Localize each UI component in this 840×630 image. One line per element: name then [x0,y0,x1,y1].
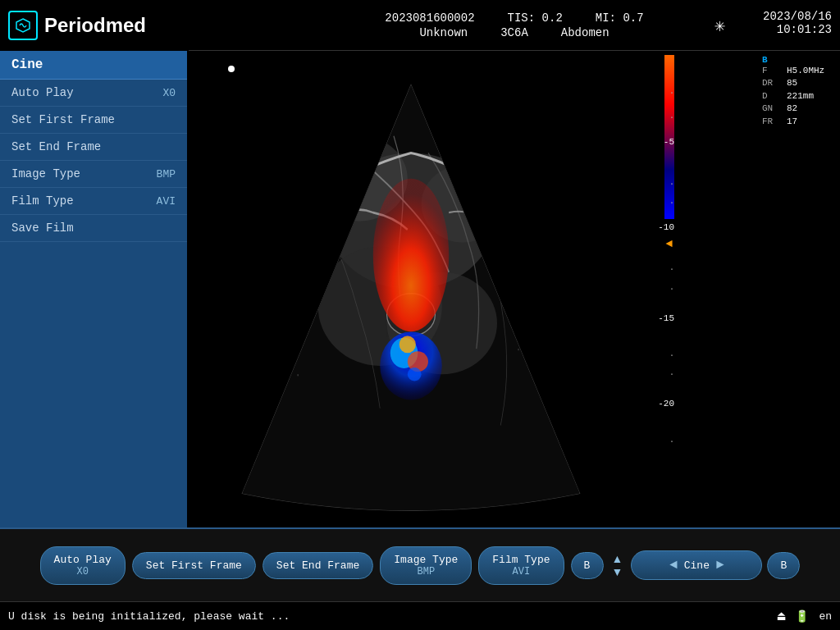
status-right: ⏏ 🔋 en [778,608,832,624]
depth-mark-15: -15 [658,313,674,323]
param-freq: F H5.0MHz [762,65,824,77]
depth-scale: -5 -10 -15 -20 · · · · · · · · · ◄ [641,51,674,527]
usb-icon: ⏏ [778,608,786,624]
depth-mark-5: -5 [664,137,674,147]
cine-down-button[interactable]: ▼ [609,565,627,578]
auto-play-button[interactable]: Auto Play X0 [40,546,126,585]
cine-up-button[interactable]: ▲ [609,552,627,565]
svg-rect-9 [532,221,533,223]
b-right-button[interactable]: B [767,552,800,579]
status-bar: U disk is being initialized, please wait… [0,601,840,630]
image-area: -5 -10 -15 -20 · · · · · · · · · ◄ [187,51,758,527]
svg-rect-8 [311,263,313,265]
mi-display: MI: 0.7 [596,11,644,25]
svg-point-12 [373,179,449,332]
probe-model: 3C6A [500,26,528,39]
logo-text: Periodmed [44,14,146,37]
set-end-frame-button[interactable]: Set End Frame [262,552,373,579]
cine-nav-display: ◄ Cine ► [631,550,762,580]
bottom-bar: Auto Play X0 Set First Frame Set End Fra… [0,527,840,601]
menu-item-film-type[interactable]: Film Type AVI [0,188,187,215]
depth-mark-20: -20 [658,399,674,409]
depth-mark-10: -10 [658,222,674,232]
status-message: U disk is being initialized, please wait… [8,610,290,623]
datetime-display: 2023/08/16 10:01:23 [763,10,832,36]
svg-rect-7 [290,179,292,180]
b-left-button[interactable]: B [571,552,604,579]
date-display: 2023/08/16 [763,10,832,23]
ultrasound-image [187,51,635,527]
patient-name: Unknown [419,26,468,39]
cine-up-down-arrows: ▲ ▼ [609,552,627,578]
lang-display: en [819,610,832,623]
cine-prev-button[interactable]: ◄ [666,558,681,573]
tis-display: TIS: 0.2 [508,11,563,25]
logo-icon [8,11,38,40]
main-area: Cine Auto Play X0 Set First Frame Set En… [0,51,840,527]
menu-item-set-end-frame[interactable]: Set End Frame [0,134,187,161]
menu-item-save-film[interactable]: Save Film [0,215,187,242]
set-first-frame-button[interactable]: Set First Frame [132,552,256,579]
menu-item-autoplay[interactable]: Auto Play X0 [0,80,187,107]
cine-next-button[interactable]: ► [713,558,728,573]
preset-name: Abdomen [561,26,609,39]
param-gn: GN 82 [762,103,797,115]
menu-item-image-type[interactable]: Image Type BMP [0,161,187,188]
mode-label: B [762,55,768,65]
depth-arrow: ◄ [666,237,673,250]
header-center: 2023081600002 TIS: 0.2 MI: 0.7 Unknown 3… [189,11,840,39]
header: Periodmed 2023081600002 TIS: 0.2 MI: 0.7… [0,0,840,51]
param-fr: FR 17 [762,116,797,128]
svg-rect-10 [518,349,519,350]
svg-point-16 [399,336,416,354]
image-type-button[interactable]: Image Type BMP [380,546,472,585]
menu-item-set-first-frame[interactable]: Set First Frame [0,107,187,134]
time-display: 10:01:23 [763,23,832,36]
sidebar: Cine Auto Play X0 Set First Frame Set En… [0,51,187,527]
cine-nav-group: B ▲ ▼ ◄ Cine ► B [571,550,801,580]
snowflake-icon: ✳ [714,15,725,37]
study-id: 2023081600002 [385,11,474,25]
cine-label: Cine [684,559,710,572]
sidebar-title: Cine [0,51,187,80]
film-type-button[interactable]: Film Type AVI [478,546,564,585]
right-panel: B F H5.0MHz DR 85 D 221mm GN 82 FR 17 [758,51,840,527]
battery-icon: 🔋 [795,609,809,623]
svg-rect-11 [297,374,299,376]
param-d: D 221mm [762,90,814,103]
param-dr: DR 85 [762,77,797,89]
logo-area: Periodmed [0,0,189,51]
svg-point-17 [408,368,422,381]
